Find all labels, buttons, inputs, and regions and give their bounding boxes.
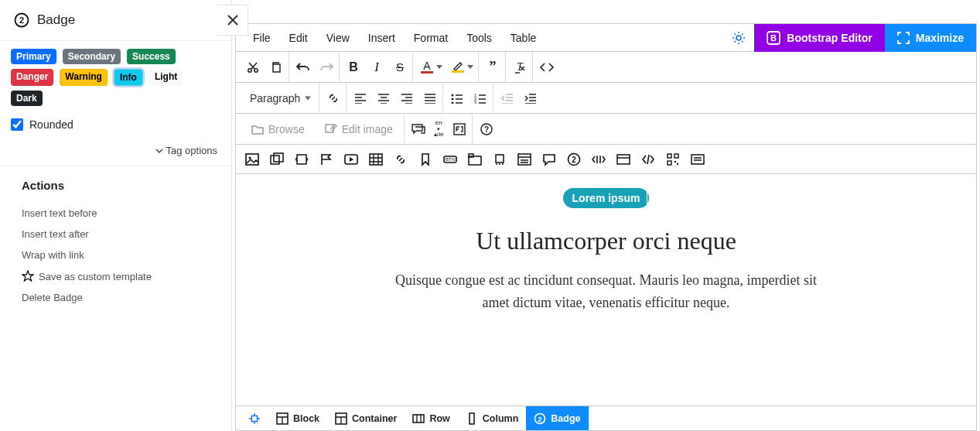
insert-link[interactable]: [394, 152, 408, 166]
breadcrumb-badge[interactable]: 2 Badge: [526, 406, 588, 430]
svg-rect-29: [469, 154, 473, 157]
breadcrumb-container[interactable]: Container: [327, 406, 405, 430]
menu-table[interactable]: Table: [501, 26, 545, 50]
menu-tools[interactable]: Tools: [457, 26, 501, 50]
toolbar-row-3: Browse Edit image en▾▴de ?: [236, 114, 976, 145]
bold-button[interactable]: B: [346, 60, 361, 75]
svg-rect-38: [668, 154, 671, 158]
badge-option-primary[interactable]: Primary: [11, 49, 56, 64]
canvas-heading[interactable]: Ut ullamcorper orci neque: [476, 227, 736, 255]
insert-bookmark[interactable]: [418, 152, 432, 166]
close-panel-button[interactable]: [217, 5, 248, 36]
spellcheck-icon: [453, 123, 466, 135]
badge-option-info[interactable]: Info: [114, 69, 143, 86]
bootstrap-editor-button[interactable]: B Bootstrap Editor: [754, 24, 884, 52]
blockquote-button[interactable]: ”: [485, 60, 500, 75]
svg-point-11: [452, 101, 454, 104]
undo-button[interactable]: [295, 60, 311, 75]
editor-canvas[interactable]: Lorem ipsum Ut ullamcorper orci neque Qu…: [236, 174, 976, 405]
highlight-color-button[interactable]: [450, 61, 473, 73]
insert-component-bar: BTN 2: [236, 145, 976, 174]
outdent-button[interactable]: [500, 91, 515, 106]
rounded-checkbox[interactable]: [11, 118, 23, 131]
align-justify-button[interactable]: [422, 91, 438, 106]
language-button[interactable]: en▾▴de: [434, 121, 444, 137]
badge-option-success[interactable]: Success: [127, 49, 176, 64]
bullet-list-button[interactable]: [449, 91, 465, 106]
settings-button[interactable]: [723, 24, 754, 52]
maximize-label: Maximize: [916, 32, 964, 44]
badge-option-danger[interactable]: Danger: [11, 69, 53, 86]
gear-icon: [732, 31, 746, 45]
badge-option-dark[interactable]: Dark: [11, 91, 43, 106]
indent-button[interactable]: [523, 91, 538, 106]
badge-option-secondary[interactable]: Secondary: [63, 49, 121, 64]
action-save-template[interactable]: Save as custom template: [22, 265, 210, 287]
badge-option-warning[interactable]: Warning: [60, 69, 108, 86]
badge-option-light[interactable]: Light: [149, 69, 183, 86]
insert-card[interactable]: [616, 152, 630, 166]
comment-button[interactable]: [411, 121, 426, 137]
menu-insert[interactable]: Insert: [359, 26, 405, 50]
breadcrumb-column[interactable]: Column: [458, 406, 527, 430]
align-right-button[interactable]: [399, 91, 415, 106]
insert-badge[interactable]: 2: [567, 152, 581, 166]
numbered-list-button[interactable]: 123: [473, 91, 488, 106]
redo-button[interactable]: [319, 60, 334, 75]
strike-button[interactable]: S: [392, 60, 408, 75]
svg-rect-25: [370, 154, 382, 165]
rounded-checkbox-row[interactable]: Rounded: [11, 111, 220, 134]
insert-video[interactable]: [344, 152, 358, 166]
insert-gallery[interactable]: [270, 152, 284, 166]
link-button[interactable]: [326, 91, 341, 106]
browse-button[interactable]: Browse: [245, 123, 311, 135]
help-button[interactable]: ?: [479, 121, 494, 137]
breadcrumb-root[interactable]: [241, 406, 268, 430]
action-delete[interactable]: Delete Badge: [22, 287, 210, 308]
tag-options-toggle[interactable]: Tag options: [11, 134, 220, 158]
insert-button[interactable]: BTN: [443, 152, 457, 166]
align-left-button[interactable]: [353, 91, 368, 106]
insert-image[interactable]: [245, 152, 259, 166]
edit-image-button[interactable]: Edit image: [319, 123, 399, 135]
insert-qr[interactable]: [666, 152, 680, 166]
card-icon: [616, 152, 630, 166]
menu-edit[interactable]: Edit: [280, 26, 317, 50]
preview-badge[interactable]: Lorem ipsum: [563, 188, 650, 208]
insert-html[interactable]: [641, 152, 655, 166]
source-code-button[interactable]: [539, 60, 555, 75]
action-wrap-link[interactable]: Wrap with link: [22, 245, 210, 265]
paragraph-select[interactable]: Paragraph: [245, 89, 314, 108]
insert-section[interactable]: [517, 152, 531, 166]
insert-chat[interactable]: [542, 152, 556, 166]
canvas-paragraph[interactable]: Quisque congue est ac tincidunt consequa…: [390, 269, 823, 314]
italic-button[interactable]: I: [369, 60, 384, 75]
image-icon: [245, 152, 259, 166]
svg-rect-7: [273, 64, 280, 72]
svg-text:2: 2: [19, 15, 24, 25]
insert-table[interactable]: [369, 152, 383, 166]
action-insert-after[interactable]: Insert text after: [22, 224, 210, 245]
menu-view[interactable]: View: [317, 26, 359, 50]
menu-format[interactable]: Format: [405, 26, 457, 50]
insert-slider[interactable]: [295, 152, 309, 166]
maximize-button[interactable]: Maximize: [885, 24, 976, 52]
insert-flag[interactable]: [319, 152, 333, 166]
cut-button[interactable]: [245, 60, 261, 75]
spellcheck-button[interactable]: [452, 121, 467, 137]
insert-embed[interactable]: [592, 152, 606, 166]
insert-form[interactable]: [691, 152, 705, 166]
copy-button[interactable]: [268, 60, 284, 75]
text-color-button[interactable]: A: [419, 60, 442, 74]
svg-point-10: [452, 97, 454, 100]
clear-format-button[interactable]: T: [512, 60, 528, 75]
menu-file[interactable]: File: [244, 26, 280, 50]
breadcrumb-block[interactable]: Block: [268, 406, 327, 430]
insert-tabs[interactable]: [468, 152, 482, 166]
action-insert-before[interactable]: Insert text before: [22, 203, 210, 224]
main: File Edit View Insert Format Tools Table…: [232, 0, 980, 431]
svg-rect-48: [470, 413, 474, 424]
breadcrumb-row[interactable]: Row: [405, 406, 457, 430]
insert-carousel[interactable]: [493, 152, 507, 166]
align-center-button[interactable]: [376, 91, 391, 106]
